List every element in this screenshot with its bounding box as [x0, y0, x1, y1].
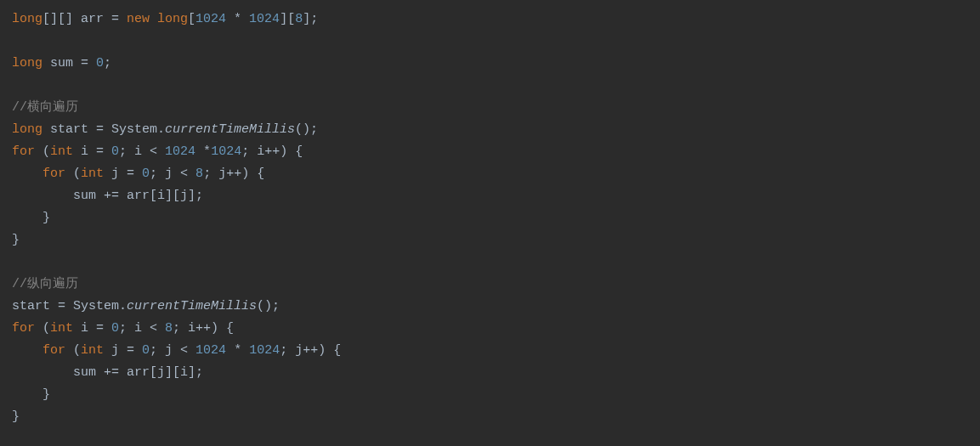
code-line: } [12, 387, 50, 402]
code-line: sum += arr[j][i]; [12, 365, 203, 380]
punct: ( [65, 343, 81, 358]
code-line: long sum = 0; [12, 56, 111, 71]
keyword: for [42, 343, 65, 358]
method-call: currentTimeMillis [165, 122, 295, 137]
keyword: long [12, 12, 42, 26]
number: 0 [142, 343, 150, 358]
indent [12, 343, 42, 358]
punct: * [226, 12, 249, 26]
code-line: sum += arr[i][j]; [12, 189, 203, 203]
comment: //横向遍历 [12, 100, 78, 115]
number: 0 [142, 167, 150, 181]
number: 1024 [195, 12, 226, 26]
punct: ( [35, 144, 50, 159]
identifier: sum = [42, 56, 96, 71]
punct: ; i < [119, 321, 165, 336]
punct: ; j < [150, 167, 195, 181]
code-line: for (int i = 0; i < 8; i++) { [12, 321, 234, 336]
code-line: } [12, 409, 20, 424]
code-line: long[][] arr = new long[1024 * 1024][8]; [12, 12, 318, 26]
number: 8 [195, 167, 203, 181]
keyword: for [42, 167, 65, 181]
punct: ; j < [150, 343, 195, 358]
identifier: j = [104, 343, 142, 358]
punct: ; [104, 56, 111, 71]
method-call: currentTimeMillis [127, 299, 257, 313]
keyword: int [81, 167, 104, 181]
keyword: int [81, 343, 104, 358]
punct: ( [35, 321, 50, 336]
punct: ( [65, 167, 81, 181]
punct: ; i++) { [173, 321, 234, 336]
code-line: for (int j = 0; j < 1024 * 1024; j++) { [12, 343, 341, 358]
number: 0 [111, 144, 119, 159]
identifier: i = [73, 144, 111, 159]
number: 1024 [211, 144, 241, 159]
number: 8 [165, 321, 173, 336]
keyword: int [50, 144, 73, 159]
punct: ; i++) { [241, 144, 303, 159]
number: 0 [96, 56, 104, 71]
identifier: start = System. [12, 299, 127, 313]
punct: [][] [42, 12, 81, 26]
identifier: j = [104, 167, 142, 181]
keyword: long [12, 122, 42, 137]
punct: (); [295, 122, 318, 137]
punct: ; i < [119, 144, 165, 159]
code-line: long start = System.currentTimeMillis(); [12, 122, 318, 137]
code-line: } [12, 211, 50, 225]
keyword: long [12, 56, 42, 71]
punct: (); [257, 299, 280, 313]
number: 1024 [165, 144, 195, 159]
code-line: //纵向遍历 [12, 277, 78, 291]
code-line: //横向遍历 [12, 100, 78, 115]
number: 1024 [249, 343, 280, 358]
keyword: for [12, 144, 35, 159]
punct: [ [188, 12, 195, 26]
number: 0 [111, 321, 119, 336]
number: 1024 [195, 343, 226, 358]
code-block: long[][] arr = new long[1024 * 1024][8];… [12, 8, 968, 428]
keyword: new long [127, 12, 188, 26]
identifier: i = [73, 321, 111, 336]
punct: ][ [280, 12, 295, 26]
code-line: } [12, 233, 20, 247]
keyword: for [12, 321, 35, 336]
number: 8 [295, 12, 303, 26]
code-line: for (int i = 0; i < 1024 *1024; i++) { [12, 144, 303, 159]
punct: * [226, 343, 249, 358]
punct: * [195, 144, 211, 159]
identifier: start = System. [42, 122, 165, 137]
identifier: arr = [81, 12, 127, 26]
keyword: int [50, 321, 73, 336]
punct: ; j++) { [280, 343, 341, 358]
comment: //纵向遍历 [12, 277, 78, 291]
indent [12, 167, 42, 181]
code-line: for (int j = 0; j < 8; j++) { [12, 167, 264, 181]
punct: ; j++) { [203, 167, 264, 181]
code-line: start = System.currentTimeMillis(); [12, 299, 280, 313]
punct: ]; [303, 12, 318, 26]
number: 1024 [249, 12, 280, 26]
